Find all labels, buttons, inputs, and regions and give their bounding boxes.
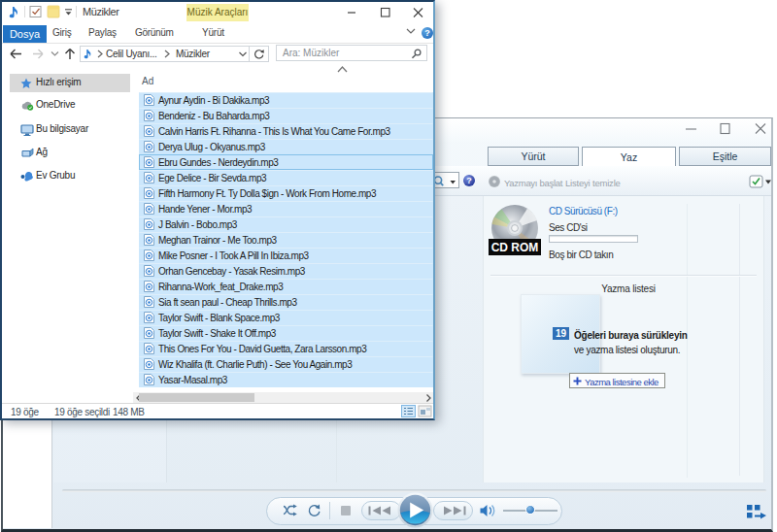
svg-text:CD ROM: CD ROM xyxy=(491,241,539,254)
